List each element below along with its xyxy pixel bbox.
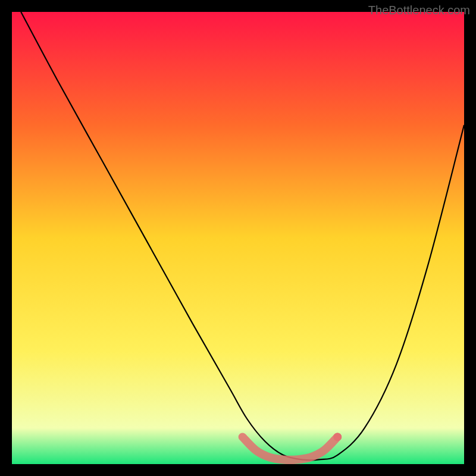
gradient-background xyxy=(12,12,464,464)
bottleneck-chart xyxy=(12,12,464,464)
highlight-end-dot xyxy=(333,433,342,441)
watermark-text: TheBottleneck.com xyxy=(368,4,470,17)
chart-container xyxy=(12,12,464,464)
